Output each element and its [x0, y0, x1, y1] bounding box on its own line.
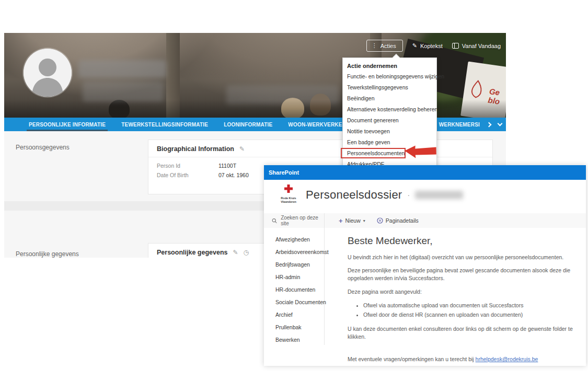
- photo-person-head: [281, 98, 304, 118]
- person-silhouette-icon: [24, 49, 72, 97]
- menu-item-document-genereren[interactable]: Document genereren: [343, 115, 436, 126]
- title-separator: ·: [407, 191, 410, 199]
- bullet-list: Ofwel via automatische upload van docume…: [363, 301, 584, 320]
- pencil-icon[interactable]: ✎: [233, 249, 238, 256]
- acties-button[interactable]: ⋮ Acties: [366, 40, 403, 52]
- search-placeholder: Zoeken op deze site: [281, 215, 324, 226]
- sidebar-item-hr-documenten[interactable]: HR-documenten: [264, 283, 324, 296]
- field-value: 11100T: [218, 163, 236, 169]
- site-logo[interactable]: Rode Kruis Vlaanderen: [275, 184, 302, 203]
- card-title: Biographical Information: [157, 145, 234, 153]
- acties-label: Acties: [381, 43, 396, 49]
- sharepoint-suite-label[interactable]: SharePoint: [264, 169, 299, 176]
- photo-person-head: [109, 100, 130, 118]
- menu-item-tewerkstellingsgegevens[interactable]: Tewerkstellingsgegevens: [343, 82, 436, 93]
- tab-woon-werkverkeer[interactable]: WOON-WERKVERKEER: [288, 118, 350, 131]
- plus-icon: +: [339, 217, 343, 225]
- field-label: Person Id: [157, 163, 218, 169]
- sharepoint-suite-bar: SharePoint: [264, 165, 586, 180]
- field-label: Date Of Birth: [157, 172, 218, 178]
- card-title-row: Biographical Information ✎: [148, 140, 492, 157]
- nieuw-button[interactable]: + Nieuw ▾: [339, 217, 365, 225]
- contact-prefix: Met eventuele vragen/opmerkingen kan u t…: [348, 356, 476, 362]
- menu-item-functie-beloning[interactable]: Functie- en beloningsgegevens wijzigen: [343, 71, 436, 82]
- paginadetails-label: Paginadetails: [386, 217, 419, 224]
- paginadetails-button[interactable]: Paginadetails: [377, 217, 419, 224]
- sidebar-item-bewerken[interactable]: Bewerken: [264, 333, 324, 346]
- menu-item-notitie-toevoegen[interactable]: Notitie toevoegen: [343, 126, 436, 137]
- bullet-item: Ofwel via automatische upload van docume…: [363, 301, 584, 310]
- redacted-info-blur: [226, 85, 339, 105]
- chevron-right-icon[interactable]: [487, 122, 492, 127]
- red-annotation-arrow: [403, 145, 437, 159]
- photo-pillar: [166, 33, 180, 118]
- photo-sign-text: blo: [488, 96, 501, 106]
- profile-action-bar: ⋮ Acties ✎ Koptekst Vanaf Vandaag: [366, 40, 501, 52]
- site-title-row: Personeelsdossier ·: [306, 188, 463, 202]
- tab-werknemers[interactable]: WERKNEMERSI: [439, 118, 480, 131]
- page-details-icon: [377, 217, 383, 224]
- photo-sign-scribble: [465, 77, 489, 106]
- sidebar-item-afwezigheden[interactable]: Afwezigheden: [264, 233, 324, 246]
- redacted-info-blur: [83, 81, 164, 102]
- helpdesk-email-link[interactable]: hrhelpdesk@rodekruis.be: [476, 356, 538, 362]
- menu-item-beeindigen[interactable]: Beëindigen: [343, 93, 436, 104]
- sharepoint-window: SharePoint Rode Kruis Vlaanderen Persone…: [264, 165, 586, 366]
- sharepoint-main-content: Beste Medewerker, U bevindt zich hier in…: [348, 235, 584, 366]
- site-title[interactable]: Personeelsdossier: [306, 188, 402, 202]
- redacted-name-blur: [78, 60, 166, 78]
- sidebar-item-sociale-documenten[interactable]: Sociale Documenten: [264, 296, 324, 308]
- sharepoint-site-header: Rode Kruis Vlaanderen Personeelsdossier …: [264, 180, 586, 213]
- koptekst-button[interactable]: ✎ Koptekst: [412, 42, 443, 49]
- card-title: Persoonlijke gegevens: [157, 249, 227, 256]
- page-heading: Beste Medewerker,: [348, 235, 584, 247]
- sidebar-item-prullenbak[interactable]: Prullenbak: [264, 321, 324, 333]
- chevron-down-icon[interactable]: [498, 121, 503, 126]
- kebab-menu-icon: ⋮: [372, 42, 377, 49]
- sidebar-item-arbeidsovereenkomst[interactable]: Arbeidsovereenkomst: [264, 246, 324, 258]
- paragraph: U kan deze documenten enkel consulteren …: [348, 325, 584, 341]
- site-search-input[interactable]: Zoeken op deze site: [264, 215, 324, 226]
- sidebar-item-bedrijfswagen[interactable]: Bedrijfswagen: [264, 258, 324, 271]
- sidebar-item-archief[interactable]: Archief: [264, 308, 324, 321]
- sidebar-item-hr-admin[interactable]: HR-admin: [264, 271, 324, 283]
- red-cross-icon: [284, 184, 293, 193]
- menu-item-label: Personeelsdocumenten: [347, 150, 405, 156]
- tab-persoonlijke-informatie[interactable]: PERSOONLIJKE INFORMATIE: [29, 118, 106, 131]
- history-clock-icon[interactable]: ◷: [244, 249, 249, 256]
- vanaf-vandaag-button[interactable]: Vanaf Vandaag: [452, 43, 501, 49]
- photo-sign: Ge blo: [460, 62, 506, 118]
- chevron-down-icon: ▾: [363, 218, 365, 223]
- paragraph: Deze pagina wordt aangevuld:: [348, 288, 584, 296]
- field-value: 07 okt. 1960: [218, 172, 249, 178]
- nieuw-label: Nieuw: [345, 217, 361, 224]
- sidebar-divider: [324, 213, 325, 345]
- koptekst-label: Koptekst: [420, 43, 443, 49]
- section-label-persoonlijke-gegevens: Persoonlijke gegevens: [16, 250, 79, 258]
- pencil-icon: ✎: [412, 42, 417, 49]
- contact-line: Met eventuele vragen/opmerkingen kan u t…: [348, 355, 584, 363]
- logo-text-line2: Vlaanderen: [275, 200, 302, 204]
- pencil-icon[interactable]: ✎: [239, 145, 245, 153]
- sharepoint-sidebar: Afwezigheden Arbeidsovereenkomst Bedrijf…: [264, 233, 324, 346]
- tab-tewerkstellingsinformatie[interactable]: TEWERKSTELLINGSINFORMATIE: [121, 118, 208, 131]
- paragraph: Deze persoonlijke en beveiligde pagina b…: [348, 267, 584, 282]
- tab-bar-right: WERKNEMERSI: [439, 118, 502, 131]
- redacted-name-blur: [415, 191, 463, 199]
- search-icon: [272, 218, 277, 224]
- calendar-icon: [452, 43, 459, 49]
- menu-header: Actie ondernemen: [343, 58, 436, 71]
- sharepoint-toolbar: Zoeken op deze site + Nieuw ▾ Paginadeta…: [264, 213, 586, 228]
- section-label-persoonsgegevens: Persoonsgegevens: [16, 144, 70, 151]
- menu-item-alternatieve-kostenverdeling[interactable]: Alternatieve kostenverdeling beheren: [343, 104, 436, 115]
- vanaf-vandaag-label: Vanaf Vandaag: [462, 43, 501, 49]
- avatar[interactable]: [24, 49, 72, 97]
- tab-looninformatie[interactable]: LOONINFORMATIE: [224, 118, 272, 131]
- bullet-item: Ofwel door de dienst HR (scannen en uplo…: [363, 310, 584, 320]
- paragraph: U bevindt zich hier in het (digitaal) ov…: [348, 253, 584, 261]
